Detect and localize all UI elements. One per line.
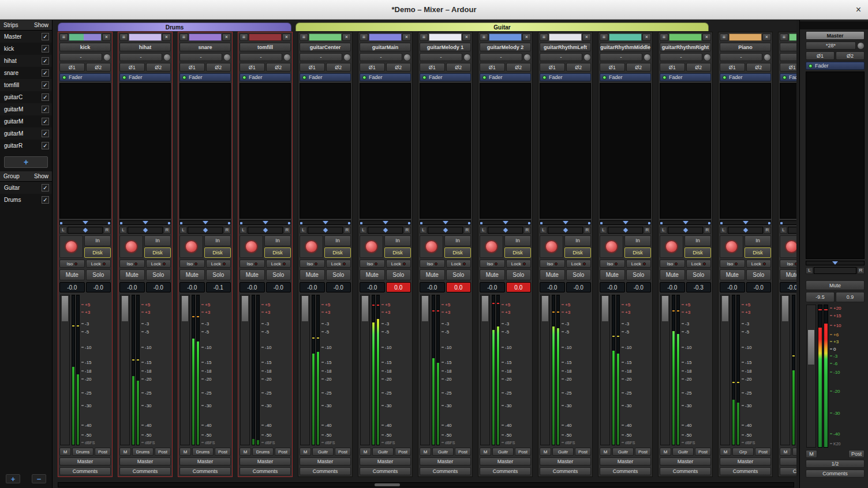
phase-1-button[interactable]: Ø1 <box>360 63 385 72</box>
master-phase-2-button[interactable]: Ø2 <box>836 51 865 60</box>
sidebar-strip-row[interactable]: guitarM✓ <box>0 127 52 140</box>
output-button[interactable]: Master <box>179 457 231 466</box>
monitor-disk-button[interactable]: Disk <box>684 247 711 258</box>
phase-1-button[interactable]: Ø1 <box>420 63 445 72</box>
pan-width-control[interactable] <box>59 220 111 225</box>
monitor-input-button[interactable]: In <box>624 235 651 246</box>
processor-box[interactable] <box>179 83 231 219</box>
strip-color-swatch[interactable] <box>309 33 342 41</box>
mute-button[interactable]: Mute <box>660 269 685 280</box>
master-fader-handle[interactable] <box>807 329 815 365</box>
solo-button[interactable]: Solo <box>686 269 712 280</box>
fader-slider[interactable] <box>780 295 790 445</box>
solo-button[interactable]: Solo <box>266 269 291 280</box>
fader-handle[interactable] <box>301 295 309 322</box>
gain-display[interactable]: -0.0 <box>179 282 205 292</box>
pan-position-control[interactable] <box>728 227 763 234</box>
mute-button[interactable]: Mute <box>780 269 796 280</box>
solo-lock-button[interactable]: Lock <box>86 260 111 268</box>
solo-button[interactable]: Solo <box>86 269 111 280</box>
processor-box[interactable] <box>720 83 771 219</box>
solo-lock-button[interactable]: Lock <box>386 260 411 268</box>
strip-close-button[interactable]: × <box>402 33 411 41</box>
output-button[interactable]: Master <box>600 457 651 466</box>
phase-1-button[interactable]: Ø1 <box>59 63 85 72</box>
solo-button[interactable]: Solo <box>506 269 532 280</box>
metering-point-button[interactable]: M <box>720 448 731 456</box>
processor-box[interactable] <box>540 83 591 219</box>
phase-2-button[interactable]: Ø2 <box>746 63 772 72</box>
trim-button[interactable]: - <box>179 53 222 61</box>
fader-header-button[interactable]: Fader <box>540 73 591 81</box>
window-close-button[interactable]: × <box>856 0 861 19</box>
trim-knob[interactable] <box>764 54 771 61</box>
master-meter-position-button[interactable]: Post <box>848 450 865 458</box>
monitor-disk-button[interactable]: Disk <box>204 247 231 258</box>
master-phase-1-button[interactable]: Ø1 <box>806 51 835 60</box>
metering-point-button[interactable]: M <box>179 448 191 456</box>
processor-box[interactable] <box>119 83 171 219</box>
strip-close-button[interactable]: × <box>702 33 711 41</box>
master-fader-slider[interactable] <box>806 305 816 448</box>
pan-width-control[interactable] <box>540 220 591 225</box>
group-tab-drums[interactable]: Drums <box>58 22 291 31</box>
solo-isolate-button[interactable]: Iso <box>720 260 745 268</box>
fader-slider[interactable] <box>120 295 130 445</box>
strip-close-button[interactable]: × <box>642 33 651 41</box>
solo-isolate-button[interactable]: Iso <box>240 260 265 268</box>
solo-lock-button[interactable]: Lock <box>566 260 592 268</box>
fader-handle[interactable] <box>661 295 669 322</box>
strip-color-swatch[interactable] <box>369 33 402 41</box>
solo-button[interactable]: Solo <box>206 269 231 280</box>
comments-button[interactable]: Comments <box>59 467 111 475</box>
sidebar-strip-row[interactable]: guitarR✓ <box>0 140 52 152</box>
peak-display[interactable]: -0.0 <box>746 282 772 292</box>
gain-display[interactable]: -0.0 <box>360 282 385 292</box>
gain-display[interactable]: -0.0 <box>300 282 325 292</box>
output-button[interactable]: Master <box>119 457 171 466</box>
fader-header-button[interactable]: Fader <box>720 73 771 81</box>
metering-point-button[interactable]: M <box>660 448 671 456</box>
visibility-checkbox[interactable]: ✓ <box>42 118 49 125</box>
solo-isolate-button[interactable]: Iso <box>540 260 565 268</box>
fader-header-button[interactable]: Fader <box>240 73 291 81</box>
record-arm-button[interactable] <box>480 235 503 258</box>
solo-lock-button[interactable]: Lock <box>506 260 532 268</box>
mute-button[interactable]: Mute <box>600 269 625 280</box>
monitor-disk-button[interactable]: Disk <box>504 247 531 258</box>
meter-position-button[interactable]: Post <box>215 448 231 456</box>
strip-name-button[interactable]: st <box>780 43 796 51</box>
solo-button[interactable]: Solo <box>446 269 472 280</box>
strip-name-button[interactable]: Piano <box>720 43 771 51</box>
record-arm-button[interactable] <box>660 235 683 258</box>
solo-isolate-button[interactable]: Iso <box>600 260 625 268</box>
phase-2-button[interactable]: Ø2 <box>446 63 472 72</box>
strip-menu-button[interactable]: ≡ <box>480 33 488 41</box>
metering-point-button[interactable]: M <box>240 448 251 456</box>
trim-knob[interactable] <box>163 54 171 61</box>
record-arm-button[interactable] <box>179 235 203 258</box>
output-button[interactable]: Master <box>660 457 711 466</box>
fader-slider[interactable] <box>360 295 370 445</box>
metering-point-button[interactable]: M <box>420 448 431 456</box>
sidebar-strip-row[interactable]: tomfill✓ <box>0 79 52 91</box>
trim-button[interactable]: - <box>720 53 762 61</box>
phase-1-button[interactable]: Ø1 <box>600 63 625 72</box>
master-fader-header-button[interactable]: Fader <box>806 62 865 70</box>
solo-isolate-button[interactable]: Iso <box>300 260 325 268</box>
gain-display[interactable]: -0.0 <box>240 282 265 292</box>
metering-point-button[interactable]: M <box>480 448 491 456</box>
meter-position-button[interactable]: Post <box>695 448 711 456</box>
pan-width-control[interactable] <box>360 220 411 225</box>
monitor-disk-button[interactable]: Disk <box>324 247 351 258</box>
record-arm-button[interactable] <box>600 235 623 258</box>
metering-point-button[interactable]: M <box>780 448 791 456</box>
phase-1-button[interactable]: Ø1 <box>119 63 145 72</box>
phase-1-button[interactable]: Ø1 <box>179 63 205 72</box>
fader-header-button[interactable]: Fader <box>119 73 171 81</box>
trim-knob[interactable] <box>583 54 591 61</box>
fader-slider[interactable] <box>240 295 250 445</box>
trim-knob[interactable] <box>523 54 531 61</box>
group-button[interactable]: Guitr <box>432 448 454 456</box>
pan-width-control[interactable] <box>660 220 711 225</box>
